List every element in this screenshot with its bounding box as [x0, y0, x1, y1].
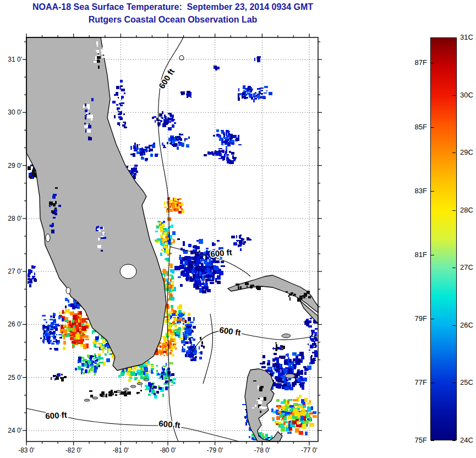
sst-speck: [281, 406, 285, 409]
sst-speck: [240, 286, 242, 289]
sst-speck: [287, 432, 292, 434]
sst-speck: [289, 297, 291, 301]
sst-speck: [293, 399, 298, 401]
sst-speck: [172, 281, 174, 285]
sst-speck: [94, 344, 96, 347]
sst-speck: [185, 354, 187, 357]
sst-speck: [243, 90, 245, 92]
sst-speck: [95, 336, 99, 340]
sst-speck: [286, 412, 291, 415]
sst-speck: [163, 221, 165, 223]
sst-speck: [195, 266, 199, 270]
sst-speck: [250, 285, 254, 286]
colorbar-tick-fahrenheit: [431, 63, 434, 63]
sst-speck: [201, 345, 203, 347]
sst-speck: [53, 341, 56, 342]
sst-speck: [149, 145, 152, 146]
colorbar-tick-fahrenheit: [431, 383, 434, 383]
sst-speck: [31, 278, 33, 280]
sst-speck: [154, 393, 156, 395]
sst-speck: [85, 129, 86, 133]
sst-speck: [172, 115, 174, 118]
sst-speck: [171, 239, 173, 242]
sst-speck: [288, 424, 290, 429]
sst-speck: [296, 363, 300, 365]
sst-speck: [96, 365, 98, 366]
sst-speck: [240, 235, 242, 236]
sst-speck: [144, 153, 145, 155]
sst-speck: [153, 390, 155, 392]
sst-speck: [311, 335, 313, 336]
sst-speck: [264, 86, 268, 88]
sst-speck: [147, 146, 150, 149]
sst-speck: [43, 335, 44, 337]
sst-speck: [172, 137, 174, 139]
sst-speck: [233, 160, 236, 161]
sst-speck: [291, 292, 293, 294]
sst-speck: [97, 228, 100, 230]
sst-speck: [83, 105, 85, 108]
sst-speck: [63, 336, 65, 340]
sst-speck: [293, 426, 296, 428]
sst-speck: [110, 392, 113, 394]
sst-speck: [136, 377, 138, 379]
colorbar-tick-fahrenheit: [431, 255, 434, 255]
sst-speck: [312, 352, 315, 353]
sst-speck: [188, 137, 190, 139]
sst-speck: [217, 275, 221, 280]
sst-speck: [233, 135, 237, 138]
sst-speck: [88, 107, 90, 110]
sst-speck: [280, 346, 282, 348]
sst-speck: [217, 240, 220, 242]
sst-speck: [100, 344, 102, 347]
sst-speck: [273, 353, 277, 355]
sst-speck: [151, 365, 154, 367]
sst-speck: [55, 201, 57, 204]
sst-speck: [121, 96, 124, 99]
sst-speck: [292, 382, 297, 385]
sst-speck: [156, 365, 158, 367]
sst-speck: [195, 286, 199, 290]
sst-speck: [292, 421, 297, 424]
sst-speck: [54, 209, 57, 212]
sst-speck: [187, 346, 189, 348]
sst-speck: [200, 351, 203, 355]
sst-speck: [160, 354, 161, 356]
sst-speck: [169, 121, 171, 123]
sst-speck: [157, 221, 160, 222]
sst-speck: [148, 382, 151, 386]
sst-speck: [83, 359, 86, 361]
sst-speck: [291, 361, 294, 363]
sst-speck: [124, 391, 127, 392]
sst-speck: [93, 332, 96, 335]
sst-speck: [114, 94, 117, 96]
sst-speck: [171, 305, 173, 308]
sst-speck: [63, 347, 65, 350]
sst-speck: [53, 194, 57, 196]
sst-speck: [179, 202, 181, 204]
sst-speck: [190, 337, 193, 339]
sst-speck: [310, 318, 312, 319]
colorbar-label-celsius: 31C: [460, 34, 473, 41]
sst-speck: [96, 226, 99, 228]
sst-speck: [163, 246, 167, 248]
sst-speck: [161, 117, 163, 118]
sst-speck: [177, 146, 179, 150]
sst-speck: [262, 407, 266, 409]
sst-speck: [162, 111, 163, 114]
sst-speck: [116, 86, 119, 89]
sst-speck: [258, 96, 259, 100]
sst-speck: [181, 91, 185, 93]
sst-speck: [171, 119, 174, 122]
sst-speck: [85, 369, 87, 373]
sst-speck: [121, 117, 123, 120]
sst-speck: [272, 417, 274, 419]
sst-speck: [148, 363, 150, 366]
sst-speck: [119, 124, 120, 126]
sst-speck: [243, 88, 244, 89]
sst-speck: [97, 54, 100, 56]
sst-speck: [304, 398, 308, 402]
sst-speck: [295, 428, 299, 433]
sst-speck: [253, 380, 256, 381]
sst-speck: [284, 361, 287, 365]
